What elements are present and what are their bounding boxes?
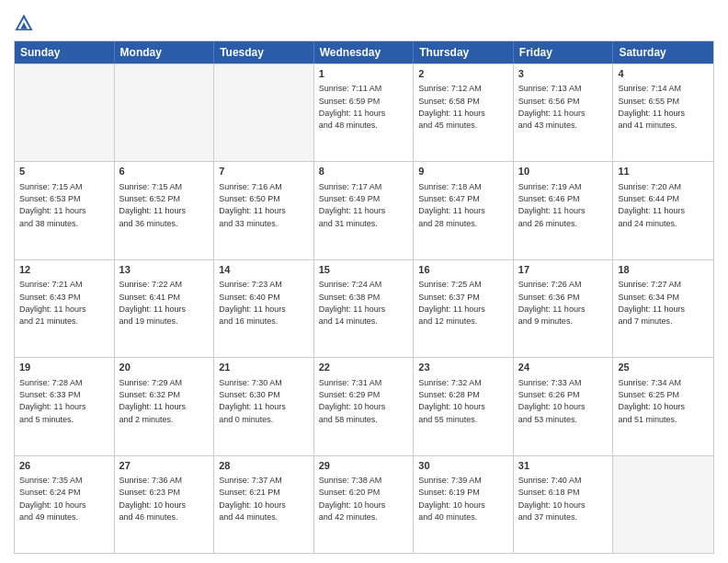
day-number: 5 (19, 165, 109, 178)
day-info: Sunrise: 7:11 AM Sunset: 6:59 PM Dayligh… (319, 84, 386, 130)
calendar-header-cell: Saturday (613, 41, 713, 63)
day-info: Sunrise: 7:16 AM Sunset: 6:50 PM Dayligh… (219, 182, 286, 228)
day-info: Sunrise: 7:36 AM Sunset: 6:23 PM Dayligh… (119, 476, 187, 522)
calendar-cell: 16Sunrise: 7:25 AM Sunset: 6:37 PM Dayli… (414, 260, 514, 357)
calendar-cell: 10Sunrise: 7:19 AM Sunset: 6:46 PM Dayli… (514, 162, 614, 259)
day-info: Sunrise: 7:29 AM Sunset: 6:32 PM Dayligh… (119, 378, 187, 424)
calendar-cell: 11Sunrise: 7:20 AM Sunset: 6:44 PM Dayli… (613, 162, 713, 259)
day-number: 7 (219, 165, 309, 178)
calendar-cell: 14Sunrise: 7:23 AM Sunset: 6:40 PM Dayli… (214, 260, 314, 357)
calendar-cell (214, 64, 314, 161)
day-info: Sunrise: 7:27 AM Sunset: 6:34 PM Dayligh… (618, 280, 685, 326)
page: SundayMondayTuesdayWednesdayThursdayFrid… (0, 0, 728, 563)
calendar-body: 1Sunrise: 7:11 AM Sunset: 6:59 PM Daylig… (15, 63, 713, 553)
day-number: 26 (19, 459, 109, 473)
day-info: Sunrise: 7:34 AM Sunset: 6:25 PM Dayligh… (618, 378, 685, 424)
day-info: Sunrise: 7:13 AM Sunset: 6:56 PM Dayligh… (518, 84, 586, 130)
calendar-cell: 13Sunrise: 7:22 AM Sunset: 6:41 PM Dayli… (115, 260, 215, 357)
day-info: Sunrise: 7:39 AM Sunset: 6:19 PM Dayligh… (418, 476, 485, 522)
day-info: Sunrise: 7:38 AM Sunset: 6:20 PM Dayligh… (319, 476, 386, 522)
day-number: 17 (518, 263, 609, 277)
calendar-cell (15, 64, 115, 161)
logo (14, 13, 38, 33)
day-info: Sunrise: 7:33 AM Sunset: 6:26 PM Dayligh… (518, 378, 586, 424)
logo-icon (14, 13, 34, 33)
calendar-header-cell: Tuesday (214, 41, 314, 63)
calendar-cell: 17Sunrise: 7:26 AM Sunset: 6:36 PM Dayli… (514, 260, 614, 357)
day-info: Sunrise: 7:15 AM Sunset: 6:52 PM Dayligh… (119, 182, 187, 228)
day-info: Sunrise: 7:23 AM Sunset: 6:40 PM Dayligh… (219, 280, 286, 326)
day-number: 10 (518, 165, 609, 178)
day-number: 4 (618, 67, 709, 81)
day-number: 13 (119, 263, 210, 277)
calendar-header-cell: Monday (115, 41, 215, 63)
day-info: Sunrise: 7:20 AM Sunset: 6:44 PM Dayligh… (618, 182, 685, 228)
calendar-cell: 20Sunrise: 7:29 AM Sunset: 6:32 PM Dayli… (115, 358, 215, 454)
calendar-cell: 28Sunrise: 7:37 AM Sunset: 6:21 PM Dayli… (214, 456, 314, 553)
calendar-cell: 29Sunrise: 7:38 AM Sunset: 6:20 PM Dayli… (314, 456, 415, 553)
calendar-cell: 9Sunrise: 7:18 AM Sunset: 6:47 PM Daylig… (414, 162, 514, 259)
day-info: Sunrise: 7:22 AM Sunset: 6:41 PM Dayligh… (119, 280, 187, 326)
day-number: 3 (518, 67, 609, 81)
calendar-header-row: SundayMondayTuesdayWednesdayThursdayFrid… (15, 41, 713, 63)
calendar: SundayMondayTuesdayWednesdayThursdayFrid… (14, 40, 714, 554)
day-info: Sunrise: 7:18 AM Sunset: 6:47 PM Dayligh… (418, 182, 485, 228)
day-number: 16 (418, 263, 508, 277)
day-number: 23 (418, 361, 508, 374)
day-info: Sunrise: 7:37 AM Sunset: 6:21 PM Dayligh… (219, 476, 286, 522)
calendar-cell: 4Sunrise: 7:14 AM Sunset: 6:55 PM Daylig… (613, 64, 713, 161)
calendar-cell: 25Sunrise: 7:34 AM Sunset: 6:25 PM Dayli… (613, 358, 713, 454)
calendar-cell: 3Sunrise: 7:13 AM Sunset: 6:56 PM Daylig… (514, 64, 614, 161)
day-info: Sunrise: 7:12 AM Sunset: 6:58 PM Dayligh… (418, 84, 485, 130)
day-info: Sunrise: 7:19 AM Sunset: 6:46 PM Dayligh… (518, 182, 586, 228)
calendar-header-cell: Sunday (15, 41, 115, 63)
day-number: 9 (418, 165, 508, 178)
day-info: Sunrise: 7:14 AM Sunset: 6:55 PM Dayligh… (618, 84, 685, 130)
day-number: 12 (19, 263, 109, 277)
calendar-cell: 15Sunrise: 7:24 AM Sunset: 6:38 PM Dayli… (314, 260, 415, 357)
calendar-row: 26Sunrise: 7:35 AM Sunset: 6:24 PM Dayli… (15, 455, 713, 553)
day-number: 2 (418, 67, 508, 81)
day-number: 27 (119, 459, 210, 473)
calendar-row: 19Sunrise: 7:28 AM Sunset: 6:33 PM Dayli… (15, 357, 713, 454)
day-number: 14 (219, 263, 309, 277)
day-number: 22 (319, 361, 409, 374)
day-info: Sunrise: 7:35 AM Sunset: 6:24 PM Dayligh… (19, 476, 86, 522)
calendar-header-cell: Thursday (414, 41, 514, 63)
calendar-cell: 19Sunrise: 7:28 AM Sunset: 6:33 PM Dayli… (15, 358, 115, 454)
day-info: Sunrise: 7:31 AM Sunset: 6:29 PM Dayligh… (319, 378, 386, 424)
day-number: 30 (418, 459, 508, 473)
calendar-row: 1Sunrise: 7:11 AM Sunset: 6:59 PM Daylig… (15, 63, 713, 161)
calendar-cell: 23Sunrise: 7:32 AM Sunset: 6:28 PM Dayli… (414, 358, 514, 454)
calendar-cell (115, 64, 215, 161)
day-info: Sunrise: 7:17 AM Sunset: 6:49 PM Dayligh… (319, 182, 386, 228)
day-number: 24 (518, 361, 609, 374)
calendar-cell: 18Sunrise: 7:27 AM Sunset: 6:34 PM Dayli… (613, 260, 713, 357)
calendar-cell (613, 456, 713, 553)
day-number: 11 (618, 165, 709, 178)
calendar-header-cell: Wednesday (314, 41, 415, 63)
header (14, 9, 714, 33)
calendar-cell: 24Sunrise: 7:33 AM Sunset: 6:26 PM Dayli… (514, 358, 614, 454)
calendar-row: 5Sunrise: 7:15 AM Sunset: 6:53 PM Daylig… (15, 161, 713, 259)
day-number: 31 (518, 459, 609, 473)
calendar-cell: 8Sunrise: 7:17 AM Sunset: 6:49 PM Daylig… (314, 162, 415, 259)
day-info: Sunrise: 7:15 AM Sunset: 6:53 PM Dayligh… (19, 182, 86, 228)
day-number: 18 (618, 263, 709, 277)
calendar-cell: 21Sunrise: 7:30 AM Sunset: 6:30 PM Dayli… (214, 358, 314, 454)
day-number: 25 (618, 361, 709, 374)
day-number: 8 (319, 165, 409, 178)
day-number: 20 (119, 361, 210, 374)
day-info: Sunrise: 7:32 AM Sunset: 6:28 PM Dayligh… (418, 378, 485, 424)
calendar-cell: 7Sunrise: 7:16 AM Sunset: 6:50 PM Daylig… (214, 162, 314, 259)
calendar-cell: 1Sunrise: 7:11 AM Sunset: 6:59 PM Daylig… (314, 64, 415, 161)
day-info: Sunrise: 7:40 AM Sunset: 6:18 PM Dayligh… (518, 476, 586, 522)
calendar-cell: 26Sunrise: 7:35 AM Sunset: 6:24 PM Dayli… (15, 456, 115, 553)
day-info: Sunrise: 7:24 AM Sunset: 6:38 PM Dayligh… (319, 280, 386, 326)
calendar-cell: 5Sunrise: 7:15 AM Sunset: 6:53 PM Daylig… (15, 162, 115, 259)
day-number: 1 (319, 67, 409, 81)
day-info: Sunrise: 7:28 AM Sunset: 6:33 PM Dayligh… (19, 378, 86, 424)
day-number: 15 (319, 263, 409, 277)
calendar-cell: 12Sunrise: 7:21 AM Sunset: 6:43 PM Dayli… (15, 260, 115, 357)
day-info: Sunrise: 7:26 AM Sunset: 6:36 PM Dayligh… (518, 280, 586, 326)
